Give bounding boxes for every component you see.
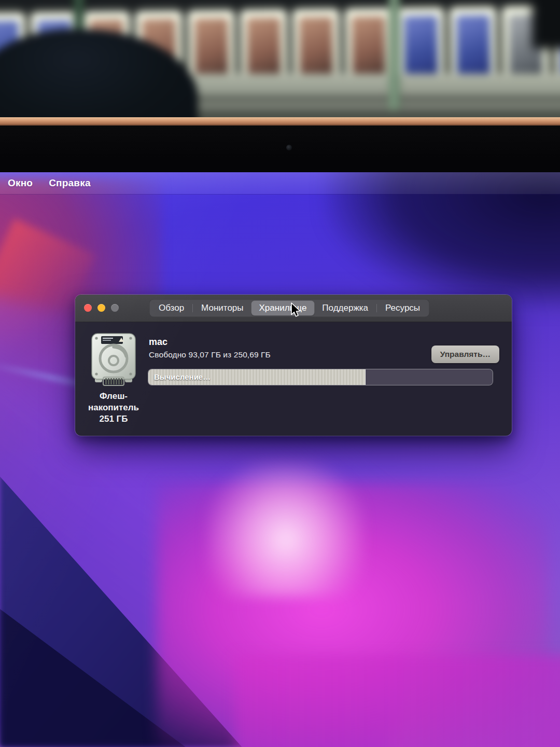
tab-separator <box>376 304 377 312</box>
menu-bar: Окно Справка <box>0 172 560 194</box>
disk-label-capacity: 251 ГБ <box>100 414 128 424</box>
disk-label: Флеш-накопитель 251 ГБ <box>79 391 148 425</box>
menu-item-help[interactable]: Справка <box>49 177 91 189</box>
free-space-text: Свободно 93,07 ГБ из 250,69 ГБ <box>149 350 271 359</box>
screen-glare <box>0 172 560 747</box>
wallpaper-indigo-deep <box>0 517 258 747</box>
about-this-mac-window: Обзор Мониторы Хранилище Поддержка Ресур… <box>75 295 512 436</box>
minimize-button[interactable] <box>97 304 105 312</box>
tab-storage[interactable]: Хранилище <box>251 301 315 315</box>
wallpaper-magenta-glow <box>157 482 549 747</box>
wallpaper-indigo-wave <box>0 425 403 747</box>
tab-support[interactable]: Поддержка <box>314 301 376 315</box>
progress-label: Вычисление… <box>154 369 211 385</box>
tab-resources[interactable]: Ресурсы <box>377 301 428 315</box>
volume-name: mac <box>149 337 167 348</box>
close-button[interactable] <box>84 304 92 312</box>
tab-overview[interactable]: Обзор <box>151 301 192 315</box>
webcam <box>286 145 292 150</box>
store-shelf <box>0 0 560 126</box>
storage-progress-bar: Вычисление… <box>148 369 493 385</box>
wallpaper-pale-glow <box>207 460 364 598</box>
laptop-bezel <box>0 126 560 172</box>
store-corner-shadow <box>532 0 560 49</box>
storage-pane: Флеш-накопитель 251 ГБ mac Свободно 93,0… <box>75 322 512 436</box>
shelf-pole <box>389 0 400 110</box>
store-background <box>0 0 560 126</box>
mouse-cursor-icon <box>290 302 302 319</box>
menu-item-window[interactable]: Окно <box>8 177 33 189</box>
screen: Окно Справка Обзор Мониторы Хранилище По… <box>0 172 560 747</box>
store-photo: Окно Справка Обзор Мониторы Хранилище По… <box>0 0 560 747</box>
tab-separator <box>192 304 193 312</box>
window-titlebar[interactable]: Обзор Мониторы Хранилище Поддержка Ресур… <box>75 295 512 322</box>
hard-disk-icon <box>90 333 137 388</box>
laptop-lid-edge <box>0 117 560 126</box>
wallpaper-magenta-floor <box>235 655 560 747</box>
disk-label-name: Флеш-накопитель <box>88 391 139 412</box>
tab-displays[interactable]: Мониторы <box>193 301 251 315</box>
manage-button[interactable]: Управлять… <box>431 345 499 363</box>
wallpaper <box>0 172 560 747</box>
traffic-lights <box>84 304 119 312</box>
zoom-button-disabled <box>111 304 119 312</box>
